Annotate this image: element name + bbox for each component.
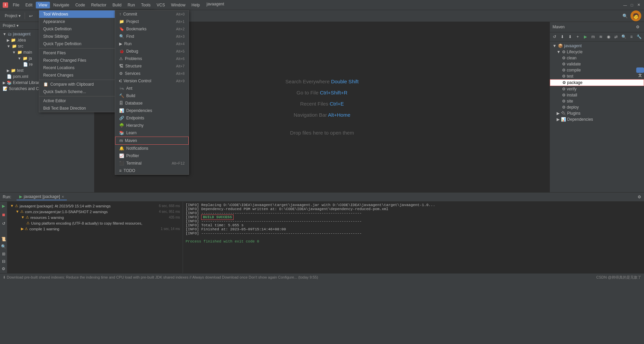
run-play-btn[interactable]: ▶ <box>1 203 7 209</box>
menu-build[interactable]: Build <box>110 2 124 8</box>
tw-find-label: Find <box>126 34 134 39</box>
project-label: Project ▾ <box>5 13 21 18</box>
translation-badge[interactable]: 文 <box>636 67 644 73</box>
maven-javaagent[interactable]: ▼ 📦 javaagent <box>550 43 644 49</box>
compare-clipboard-label: Compare with Clipboard <box>50 82 94 87</box>
tw-structure-icon: 🏗 <box>119 64 123 68</box>
run-settings-icon[interactable]: ⚙ <box>638 195 641 199</box>
maven-download-sources-btn[interactable]: ⬇ <box>567 33 574 40</box>
menu-vcs[interactable]: VCS <box>154 2 168 8</box>
maven-search-btn[interactable]: 🔍 <box>620 33 627 40</box>
run-filter-btn[interactable]: 🔍 <box>1 243 7 250</box>
back-button[interactable]: ↩ <box>27 12 35 20</box>
tw-dependencies[interactable]: 📊 Dependencies <box>115 107 189 114</box>
tw-terminal[interactable]: ⬛ Terminal Alt+F12 <box>115 160 189 167</box>
navigation-bar-hint: Navigation Bar Alt+Home <box>294 112 350 118</box>
menu-refactor[interactable]: Refactor <box>88 2 109 8</box>
tw-profiler[interactable]: 📈 Profiler <box>115 152 189 160</box>
run-panel-header: Run: ▶ javaagent [package] ✕ ⚙ <box>0 193 644 202</box>
maven-toggle-btn[interactable]: ◉ <box>605 33 612 40</box>
tw-todo[interactable]: ≡ TODO <box>115 167 189 174</box>
menu-navigate[interactable]: Navigate <box>51 2 72 8</box>
run-item-resources[interactable]: ▼ ⚠ resources 1 warning 435 ms <box>7 214 183 220</box>
maven-clean[interactable]: ⚙ clean <box>550 55 644 61</box>
maven-download-btn[interactable]: ⬇ <box>559 33 566 40</box>
menu-view[interactable]: View <box>36 2 50 8</box>
tw-ant[interactable]: 🐜 Ant <box>115 85 189 92</box>
tw-hierarchy[interactable]: 🌳 Hierarchy <box>115 122 189 129</box>
tw-debug[interactable]: 🐞 Debug Alt+5 <box>115 48 189 55</box>
maven-install[interactable]: ⚙ install <box>550 92 644 98</box>
maven-dependencies[interactable]: ▶ 📊 Dependencies <box>550 116 644 122</box>
maven-skip-btn[interactable]: ⇄ <box>613 33 620 40</box>
run-rerun-btn[interactable]: ↺ <box>1 221 7 227</box>
tw-structure[interactable]: 🏗 Structure Alt+7 <box>115 62 189 70</box>
maven-panel: Maven ⚙ ↺ ⬇ ⬇ + ▶ m ≋ ◉ ⇄ 🔍 ≡ 🔧 ▼ 📦 java… <box>549 22 644 192</box>
tw-hierarchy-icon: 🌳 <box>119 123 124 128</box>
tw-bookmarks[interactable]: 🔖 Bookmarks Alt+2 <box>115 25 189 33</box>
tw-todo-label: TODO <box>124 168 135 173</box>
tw-project[interactable]: 📁 Project Alt+1 <box>115 18 189 25</box>
tw-commit[interactable]: ↑ Commit Alt+0 <box>115 10 189 18</box>
menu-window[interactable]: Window <box>168 2 188 8</box>
tw-version-control[interactable]: ⑆ Version Control Alt+9 <box>115 77 189 85</box>
maven-plugins[interactable]: ▶ 🔌 Plugins <box>550 110 644 116</box>
maven-deploy[interactable]: ⚙ deploy <box>550 104 644 110</box>
run-collapse-btn[interactable]: ⊟ <box>1 258 7 264</box>
maven-add-btn[interactable]: + <box>574 33 581 40</box>
recent-files-label: Recent Files <box>43 51 66 55</box>
maximize-button[interactable]: □ <box>629 2 635 8</box>
tw-notifications[interactable]: 🔔 Notifications <box>115 145 189 152</box>
run-tab-close[interactable]: ✕ <box>61 195 64 199</box>
maven-test[interactable]: ⚙ test <box>550 73 644 79</box>
close-button[interactable]: ✕ <box>636 2 641 8</box>
folder-icon: ▼ <box>3 32 6 36</box>
tw-learn[interactable]: 📚 Learn <box>115 129 189 137</box>
run-item-compile[interactable]: ▶ ⚠ compile 1 warning 1 sec, 14 ms <box>7 226 183 232</box>
menu-help[interactable]: Help <box>189 2 203 8</box>
tw-build-label: Build <box>126 93 135 98</box>
run-tab-javaagent[interactable]: ▶ javaagent [package] ✕ <box>17 194 66 200</box>
minimize-button[interactable]: — <box>622 2 628 8</box>
run-item-javaagent-package[interactable]: ▼ ⚠ javaagent [package]: At 2023/5/9 15:… <box>7 203 183 209</box>
project-dropdown[interactable]: Project ▾ <box>3 12 23 20</box>
tw-build[interactable]: 🔨 Build <box>115 92 189 99</box>
maven-validate[interactable]: ⚙ validate <box>550 61 644 67</box>
menu-run[interactable]: Run <box>125 2 138 8</box>
maven-wrench-btn[interactable]: 🔧 <box>636 33 643 40</box>
tw-problems[interactable]: ⚠ Problems Alt+6 <box>115 55 189 62</box>
maven-list-btn[interactable]: ≡ <box>628 33 635 40</box>
tw-maven[interactable]: m Maven <box>115 137 189 145</box>
maven-compile[interactable]: ⚙ compile <box>550 67 644 73</box>
run-stop-btn[interactable]: ⏹ <box>1 212 7 218</box>
maven-package-label: ⚙ package <box>562 80 583 85</box>
maven-m-btn[interactable]: m <box>590 33 597 40</box>
maven-package[interactable]: ⚙ package <box>550 79 644 86</box>
menu-file[interactable]: File <box>10 2 22 8</box>
maven-dependencies-expand: ▶ <box>557 117 560 122</box>
tw-database[interactable]: 🗄 Database <box>115 99 189 107</box>
test-label: 📁 test <box>11 68 24 73</box>
run-expand-btn[interactable]: ⊞ <box>1 251 7 257</box>
maven-lifecycle[interactable]: ▼ ⚙ Lifecycle <box>550 49 644 55</box>
tw-endpoints[interactable]: 🔗 Endpoints <box>115 114 189 122</box>
maven-settings-icon[interactable]: ⚙ <box>634 23 641 31</box>
tw-find[interactable]: 🔍 Find Alt+3 <box>115 33 189 40</box>
maven-run-btn[interactable]: ▶ <box>582 33 589 40</box>
tw-hierarchy-label: Hierarchy <box>126 123 143 128</box>
maven-verify[interactable]: ⚙ verify <box>550 86 644 92</box>
tw-services[interactable]: ⚙ Services Alt+8 <box>115 70 189 77</box>
run-scroll-btn[interactable]: 📜 <box>1 236 7 242</box>
maven-refresh-btn[interactable]: ↺ <box>551 33 558 40</box>
show-siblings-label: Show Siblings <box>43 34 69 39</box>
run-item-com-zzx[interactable]: ▼ ⚠ com.zzx:javaagent:jar:1.0-SNAPSHOT 2… <box>7 209 183 214</box>
menu-edit[interactable]: Edit <box>23 2 35 8</box>
search-button[interactable]: 🔍 <box>621 12 629 20</box>
maven-phases-btn[interactable]: ≋ <box>597 33 605 40</box>
tw-run[interactable]: ▶ Run Alt+4 <box>115 40 189 48</box>
maven-install-label: ⚙ install <box>562 93 577 97</box>
menu-code[interactable]: Code <box>73 2 88 8</box>
menu-tools[interactable]: Tools <box>138 2 153 8</box>
maven-site[interactable]: ⚙ site <box>550 98 644 104</box>
run-settings2-btn[interactable]: ⚙ <box>1 266 7 272</box>
